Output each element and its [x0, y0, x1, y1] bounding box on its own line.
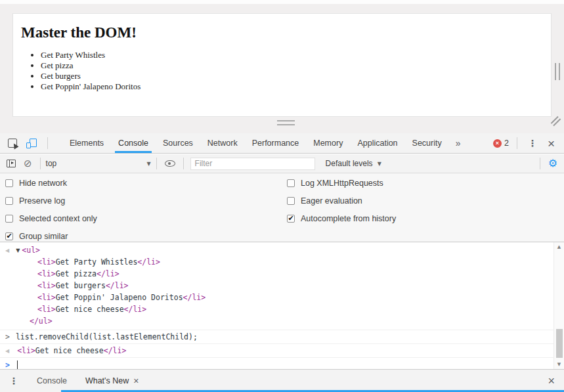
checkbox[interactable]	[287, 179, 295, 187]
setting-log-xmlhttprequests[interactable]: Log XMLHttpRequests	[287, 179, 383, 188]
tab-security[interactable]: Security	[405, 133, 449, 153]
li-line[interactable]: <li>Get Poppin' Jalapeno Doritos</li>	[0, 292, 564, 303]
ul-close-line[interactable]: </ul>	[0, 315, 564, 327]
context-selector-value: top	[46, 159, 57, 168]
devtools-drawer: ⋮ Console What's New × ×	[0, 369, 564, 392]
drawer-menu-icon[interactable]: ⋮	[0, 376, 28, 386]
page-preview-area: Master the DOM! Get Party Whistles Get p…	[0, 0, 564, 133]
panel-tabs: Elements Console Sources Network Perform…	[62, 133, 467, 153]
tab-application[interactable]: Application	[350, 133, 404, 153]
divider	[517, 137, 517, 149]
setting-autocomplete-history[interactable]: Autocomplete from history	[287, 214, 396, 223]
li-line[interactable]: <li>Get Party Whistles</li>	[0, 256, 564, 268]
context-selector[interactable]: top ▼	[46, 159, 151, 168]
tab-performance[interactable]: Performance	[245, 133, 307, 153]
divider	[156, 158, 157, 169]
console-settings-gear-icon[interactable]: ⚙	[548, 158, 557, 169]
device-toolbar-icon[interactable]	[26, 139, 37, 148]
setting-hide-network[interactable]: Hide network	[5, 179, 67, 188]
tab-elements[interactable]: Elements	[62, 133, 111, 153]
filter-input[interactable]	[190, 158, 315, 170]
list-item: Get Party Whistles	[41, 50, 551, 60]
tab-close-icon[interactable]: ×	[133, 376, 139, 385]
scroll-up-icon[interactable]: ▲	[554, 244, 564, 250]
log-levels-label: Default levels	[326, 159, 373, 168]
checkbox[interactable]	[5, 179, 13, 187]
console-entry-result[interactable]: ◀ <li>Get nice cheese</li>	[0, 344, 564, 358]
list-item: Get Poppin' Jalapeno Doritos	[41, 81, 551, 92]
vertical-resize-handle[interactable]	[555, 63, 560, 80]
tab-sources[interactable]: Sources	[156, 133, 200, 153]
tab-network[interactable]: Network	[200, 133, 245, 153]
page-title: Master the DOM!	[13, 14, 551, 41]
console-output: ◀▼<ul> <li>Get Party Whistles</li> <li>G…	[0, 242, 564, 369]
checkbox[interactable]	[287, 215, 295, 223]
preview-top-strip	[0, 0, 564, 4]
command-echo-icon: >	[5, 332, 10, 341]
return-value-icon: ◀	[5, 348, 9, 354]
result-text: Get nice cheese	[35, 346, 104, 355]
expand-twisty-icon[interactable]: ▼	[16, 248, 20, 253]
shopping-list: Get Party Whistles Get pizza Get burgers…	[13, 50, 551, 92]
checkbox[interactable]	[287, 197, 295, 205]
tab-memory[interactable]: Memory	[306, 133, 350, 153]
chevron-down-icon: ▼	[378, 161, 381, 167]
setting-preserve-log[interactable]: Preserve log	[5, 196, 65, 206]
setting-eager-evaluation[interactable]: Eager evaluation	[287, 196, 362, 206]
more-tabs-icon[interactable]: »	[449, 138, 467, 148]
corner-resize-handle[interactable]	[551, 116, 561, 127]
checkbox[interactable]	[5, 197, 13, 205]
command-text: list.removeChild(list.lastElementChild);	[16, 332, 198, 341]
divider	[47, 137, 48, 149]
console-sidebar-icon[interactable]	[7, 160, 16, 167]
console-scrollbar[interactable]: ▲ ▼	[553, 242, 564, 369]
error-icon: ×	[493, 139, 502, 148]
scroll-down-icon[interactable]: ▼	[554, 362, 564, 367]
li-line[interactable]: <li>Get burgers</li>	[0, 280, 564, 292]
text-cursor	[17, 360, 18, 369]
console-entry-command[interactable]: > list.removeChild(list.lastElementChild…	[0, 330, 564, 344]
chevron-down-icon: ▼	[146, 161, 150, 167]
rendered-page: Master the DOM! Get Party Whistles Get p…	[12, 13, 552, 117]
console-entry-dom-tree[interactable]: ◀▼<ul> <li>Get Party Whistles</li> <li>G…	[0, 242, 564, 330]
error-count: 2	[504, 139, 509, 148]
console-toolbar: ⊘ top ▼ Default levels ▼ ⚙	[0, 154, 564, 173]
drawer-tab-whats-new[interactable]: What's New ×	[76, 370, 148, 392]
live-expression-icon[interactable]	[165, 160, 175, 167]
list-item: Get pizza	[41, 60, 551, 71]
ul-open-line[interactable]: ◀▼<ul>	[0, 244, 564, 256]
drawer-tab-console[interactable]: Console	[28, 370, 76, 392]
divider	[40, 158, 41, 169]
setting-selected-context-only[interactable]: Selected context only	[5, 214, 97, 223]
devtools-menu-icon[interactable]: ⋮	[525, 138, 540, 148]
clear-console-icon[interactable]: ⊘	[24, 159, 32, 169]
devtools-close-icon[interactable]: ×	[546, 137, 556, 150]
prompt-chevron-icon: >	[5, 360, 10, 370]
error-badge[interactable]: × 2	[493, 139, 509, 148]
drawer-close-icon[interactable]: ×	[548, 375, 564, 387]
li-line[interactable]: <li>Get pizza</li>	[0, 268, 564, 280]
horizontal-resize-handle[interactable]	[277, 120, 295, 125]
li-line[interactable]: <li>Get nice cheese</li>	[0, 303, 564, 315]
divider	[540, 158, 540, 169]
log-levels-dropdown[interactable]: Default levels ▼	[326, 159, 381, 168]
scrollbar-thumb[interactable]	[556, 329, 563, 358]
checkbox[interactable]	[5, 215, 13, 223]
inspect-element-icon[interactable]	[8, 139, 17, 148]
checkbox[interactable]	[5, 232, 13, 240]
console-settings-panel: Hide network Preserve log Selected conte…	[0, 173, 564, 242]
list-item: Get burgers	[41, 71, 551, 81]
setting-group-similar[interactable]: Group similar	[5, 232, 68, 241]
return-value-icon: ◀	[5, 248, 9, 253]
devtools-tabbar: Elements Console Sources Network Perform…	[0, 133, 564, 154]
tab-console[interactable]: Console	[111, 133, 156, 153]
divider	[183, 158, 184, 169]
